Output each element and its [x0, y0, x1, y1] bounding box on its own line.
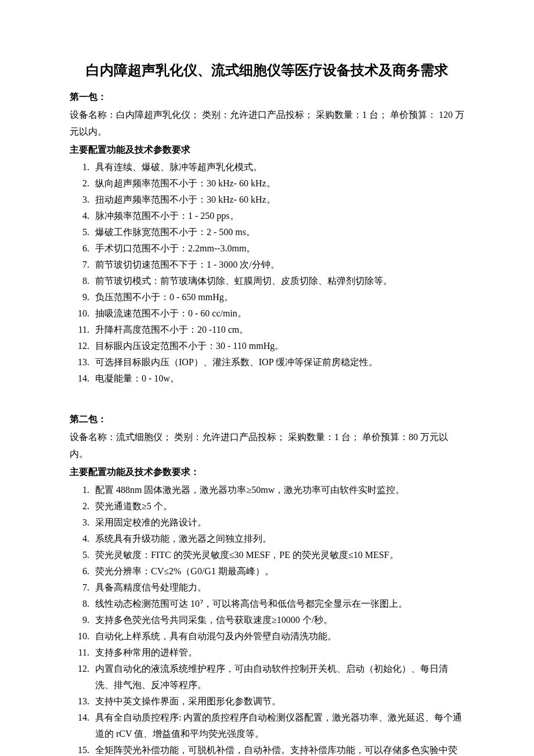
- list-item: 自动化上样系统，具有自动混匀及内外管壁自动清洗功能。: [92, 628, 464, 645]
- list-item: 负压范围不小于：0 - 650 mmHg。: [92, 289, 464, 305]
- list-item: 目标眼内压设定范围不小于：30 - 110 mmHg。: [92, 338, 464, 354]
- list-item: 支持中英文操作界面，采用图形化参数调节。: [92, 693, 464, 710]
- list-item: 具有连续、爆破、脉冲等超声乳化模式。: [92, 159, 464, 175]
- list-item: 具有全自动质控程序: 内置的质控程序自动检测仪器配置，激光器功率、激光延迟、每个…: [92, 710, 464, 742]
- list-item: 线性动态检测范围可达 10⁷，可以将高信号和低信号都完全显示在一张图上。: [92, 596, 464, 612]
- list-item: 扭动超声频率范围不小于：30 kHz- 60 kHz。: [92, 192, 464, 208]
- list-item: 前节玻切切速范围不下于：1 - 3000 次/分钟。: [92, 257, 464, 273]
- list-item: 荧光灵敏度：FITC 的荧光灵敏度≤30 MESF，PE 的荧光灵敏度≤10 M…: [92, 547, 464, 563]
- list-item: 荧光通道数≥5 个。: [92, 498, 464, 514]
- list-item: 爆破工作脉宽范围不小于：2 - 500 ms。: [92, 224, 464, 240]
- package-2-config-heading: 主要配置功能及技术参数要求：: [70, 464, 464, 481]
- list-item: 采用固定校准的光路设计。: [92, 514, 464, 531]
- package-1-config-heading: 主要配置功能及技术参数要求: [70, 142, 464, 159]
- package-2-label: 第二包：: [70, 411, 464, 428]
- list-item: 支持多种常用的进样管。: [92, 645, 464, 661]
- list-item: 可选择目标眼内压（IOP）、灌注系数、IOP 缓冲等保证前房稳定性。: [92, 354, 464, 370]
- list-item: 升降杆高度范围不小于：20 -110 cm。: [92, 322, 464, 338]
- list-item: 配置 488nm 固体激光器，激光器功率≥50mw，激光功率可由软件实时监控。: [92, 482, 464, 498]
- list-item: 支持多色荧光信号共同采集，信号获取速度≥10000 个/秒。: [92, 612, 464, 628]
- package-2-info: 设备名称：流式细胞仪； 类别：允许进口产品投标； 采购数量：1 台； 单价预算：…: [70, 429, 464, 463]
- list-item: 系统具有升级功能，激光器之间独立排列。: [92, 531, 464, 547]
- list-item: 电凝能量：0 - 10w。: [92, 370, 464, 387]
- list-item: 前节玻切模式：前节玻璃体切除、虹膜周切、皮质切除、粘弹剂切除等。: [92, 273, 464, 289]
- package-1-spec-list: 具有连续、爆破、脉冲等超声乳化模式。 纵向超声频率范围不小于：30 kHz- 6…: [70, 159, 464, 387]
- list-item: 脉冲频率范围不小于：1 - 250 pps。: [92, 208, 464, 224]
- list-item: 荧光分辨率：CV≤2%（G0/G1 期最高峰）。: [92, 563, 464, 579]
- package-1-label: 第一包：: [70, 89, 464, 106]
- list-item: 纵向超声频率范围不小于：30 kHz- 60 kHz。: [92, 175, 464, 192]
- list-item: 抽吸流速范围不小于：0 - 60 cc/min。: [92, 305, 464, 322]
- list-item: 具备高精度信号处理能力。: [92, 579, 464, 596]
- list-item: 手术切口范围不小于：2.2mm--3.0mm。: [92, 240, 464, 257]
- package-1-info: 设备名称：白内障超声乳化仪； 类别：允许进口产品投标； 采购数量：1 台； 单价…: [70, 107, 464, 141]
- list-item: 内置自动化的液流系统维护程序，可由自动软件控制开关机、启动（初始化）、每日清洗、…: [92, 661, 464, 693]
- list-item: 全矩阵荧光补偿功能，可脱机补偿，自动补偿。支持补偿库功能，可以存储多色实验中荧光…: [92, 742, 464, 756]
- document-title: 白内障超声乳化仪、流式细胞仪等医疗设备技术及商务需求: [70, 58, 464, 83]
- package-2-spec-list: 配置 488nm 固体激光器，激光器功率≥50mw，激光功率可由软件实时监控。 …: [70, 482, 464, 756]
